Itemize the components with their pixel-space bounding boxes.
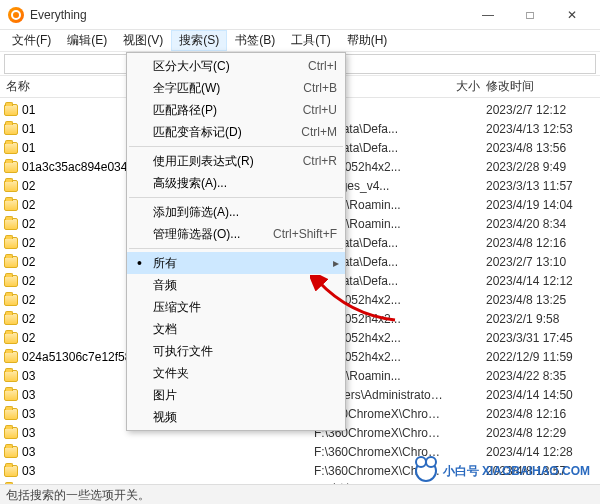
menu-item-label: 音频 bbox=[153, 277, 337, 294]
menu-item[interactable]: 音频 bbox=[127, 274, 345, 296]
menu-item-label: 匹配变音标记(D) bbox=[153, 124, 301, 141]
menu-item[interactable]: 文档 bbox=[127, 318, 345, 340]
app-icon bbox=[8, 7, 24, 23]
folder-icon bbox=[4, 446, 18, 458]
menu-item[interactable]: 可执行文件 bbox=[127, 340, 345, 362]
menu-separator bbox=[129, 248, 343, 249]
search-menu: 区分大小写(C)Ctrl+I全字匹配(W)Ctrl+B匹配路径(P)Ctrl+U… bbox=[126, 52, 346, 431]
menu-item-label: 高级搜索(A)... bbox=[153, 175, 337, 192]
menu-item[interactable]: 视图(V) bbox=[115, 30, 171, 51]
folder-icon bbox=[4, 465, 18, 477]
menu-item[interactable]: 管理筛选器(O)...Ctrl+Shift+F bbox=[127, 223, 345, 245]
menu-item-label: 使用正则表达式(R) bbox=[153, 153, 303, 170]
menu-item-label: 所有 bbox=[153, 255, 337, 272]
folder-icon bbox=[4, 199, 18, 211]
folder-icon bbox=[4, 142, 18, 154]
row-date: 2023/2/28 9:49 bbox=[480, 160, 600, 174]
row-name: 03 bbox=[22, 464, 314, 478]
menu-separator bbox=[129, 197, 343, 198]
menu-item-label: 添加到筛选(A)... bbox=[153, 204, 337, 221]
row-date: 2023/4/13 12:53 bbox=[480, 122, 600, 136]
menu-item-label: 管理筛选器(O)... bbox=[153, 226, 273, 243]
folder-icon bbox=[4, 427, 18, 439]
menu-item[interactable]: 区分大小写(C)Ctrl+I bbox=[127, 55, 345, 77]
menu-item-shortcut: Ctrl+R bbox=[303, 154, 337, 168]
minimize-button[interactable]: — bbox=[468, 3, 508, 27]
col-size[interactable]: 大小 bbox=[444, 78, 480, 95]
col-date[interactable]: 修改时间 bbox=[480, 78, 600, 95]
folder-icon bbox=[4, 218, 18, 230]
row-date: 2023/4/19 14:04 bbox=[480, 198, 600, 212]
folder-icon bbox=[4, 275, 18, 287]
table-row[interactable]: 03F:\360ChromeX\Chrome\User Data\Defa...… bbox=[0, 442, 600, 461]
row-date: 2023/3/13 11:57 bbox=[480, 179, 600, 193]
menu-item-shortcut: Ctrl+B bbox=[303, 81, 337, 95]
row-date: 2023/4/22 8:35 bbox=[480, 369, 600, 383]
menu-item[interactable]: 文件(F) bbox=[4, 30, 59, 51]
menu-item-label: 文件夹 bbox=[153, 365, 337, 382]
menu-item[interactable]: 搜索(S) bbox=[171, 30, 227, 51]
close-button[interactable]: ✕ bbox=[552, 3, 592, 27]
menu-item[interactable]: 编辑(E) bbox=[59, 30, 115, 51]
menu-item-label: 全字匹配(W) bbox=[153, 80, 303, 97]
row-name: 03 bbox=[22, 445, 314, 459]
menubar: 文件(F)编辑(E)视图(V)搜索(S)书签(B)工具(T)帮助(H) bbox=[0, 30, 600, 52]
maximize-button[interactable]: □ bbox=[510, 3, 550, 27]
menu-item[interactable]: 匹配变音标记(D)Ctrl+M bbox=[127, 121, 345, 143]
row-date: 2023/4/20 8:34 bbox=[480, 217, 600, 231]
folder-icon bbox=[4, 351, 18, 363]
watermark-text: 小白号 XIAOBAIHAO.COM bbox=[443, 463, 590, 480]
menu-item-label: 视频 bbox=[153, 409, 337, 426]
row-date: 2023/2/7 12:12 bbox=[480, 103, 600, 117]
menu-item[interactable]: 匹配路径(P)Ctrl+U bbox=[127, 99, 345, 121]
folder-icon bbox=[4, 104, 18, 116]
menu-separator bbox=[129, 146, 343, 147]
folder-icon bbox=[4, 389, 18, 401]
menu-item-label: 可执行文件 bbox=[153, 343, 337, 360]
row-date: 2023/4/8 12:29 bbox=[480, 426, 600, 440]
row-date: 2023/4/14 12:28 bbox=[480, 445, 600, 459]
menu-item[interactable]: 帮助(H) bbox=[339, 30, 396, 51]
menu-item[interactable]: 视频 bbox=[127, 406, 345, 428]
menu-item-label: 图片 bbox=[153, 387, 337, 404]
menu-item-shortcut: Ctrl+U bbox=[303, 103, 337, 117]
row-date: 2023/4/8 12:16 bbox=[480, 236, 600, 250]
row-date: 2023/4/14 12:12 bbox=[480, 274, 600, 288]
folder-icon bbox=[4, 237, 18, 249]
menu-item-shortcut: Ctrl+I bbox=[308, 59, 337, 73]
folder-icon bbox=[4, 256, 18, 268]
watermark-icon bbox=[415, 460, 437, 482]
folder-icon bbox=[4, 370, 18, 382]
row-date: 2023/3/31 17:45 bbox=[480, 331, 600, 345]
row-date: 2023/4/8 12:16 bbox=[480, 407, 600, 421]
row-date: 2023/4/8 13:56 bbox=[480, 141, 600, 155]
menu-item[interactable]: 所有 bbox=[127, 252, 345, 274]
row-date: 2023/4/14 14:50 bbox=[480, 388, 600, 402]
menu-item[interactable]: 全字匹配(W)Ctrl+B bbox=[127, 77, 345, 99]
folder-icon bbox=[4, 180, 18, 192]
menu-item[interactable]: 高级搜索(A)... bbox=[127, 172, 345, 194]
menu-item[interactable]: 添加到筛选(A)... bbox=[127, 201, 345, 223]
menu-item-label: 文档 bbox=[153, 321, 337, 338]
folder-icon bbox=[4, 294, 18, 306]
menu-item-label: 区分大小写(C) bbox=[153, 58, 308, 75]
menu-item[interactable]: 工具(T) bbox=[283, 30, 338, 51]
row-date: 2023/2/7 13:10 bbox=[480, 255, 600, 269]
folder-icon bbox=[4, 161, 18, 173]
titlebar: Everything — □ ✕ bbox=[0, 0, 600, 30]
status-bar: 包括搜索的一些选项开关。 bbox=[0, 484, 600, 504]
menu-item-label: 匹配路径(P) bbox=[153, 102, 303, 119]
window-title: Everything bbox=[30, 8, 468, 22]
menu-item[interactable]: 图片 bbox=[127, 384, 345, 406]
menu-item[interactable]: 使用正则表达式(R)Ctrl+R bbox=[127, 150, 345, 172]
menu-item[interactable]: 书签(B) bbox=[227, 30, 283, 51]
row-date: 2022/12/9 11:59 bbox=[480, 350, 600, 364]
folder-icon bbox=[4, 332, 18, 344]
menu-item[interactable]: 压缩文件 bbox=[127, 296, 345, 318]
folder-icon bbox=[4, 313, 18, 325]
menu-item-shortcut: Ctrl+M bbox=[301, 125, 337, 139]
watermark: 小白号 XIAOBAIHAO.COM bbox=[415, 460, 590, 482]
menu-item[interactable]: 文件夹 bbox=[127, 362, 345, 384]
row-date: 2023/4/8 13:25 bbox=[480, 293, 600, 307]
menu-item-shortcut: Ctrl+Shift+F bbox=[273, 227, 337, 241]
